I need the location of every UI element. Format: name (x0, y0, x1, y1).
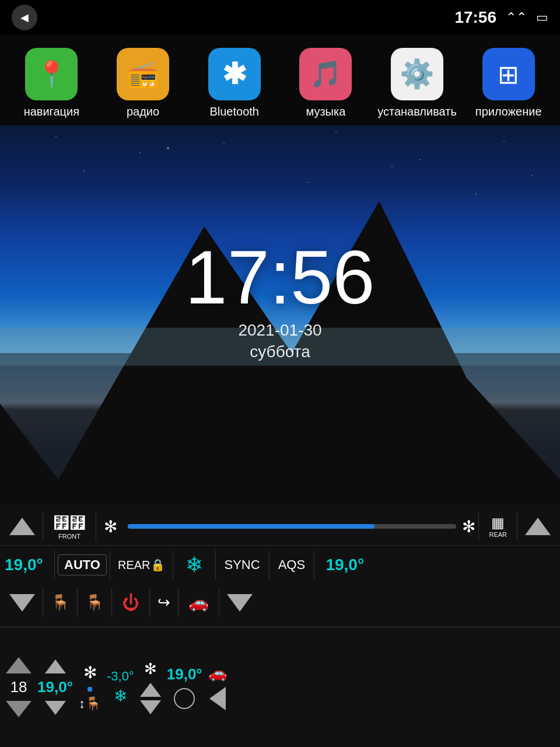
power-button[interactable]: ⏻ (115, 591, 146, 615)
auto-button[interactable]: AUTO (58, 554, 107, 575)
apps-icon: ⊞ (482, 48, 535, 100)
fan-right-icon: ✻ (462, 517, 475, 536)
lower-right-down-button[interactable] (140, 700, 161, 714)
volume-button[interactable]: ◀ (12, 5, 37, 30)
foot-mode-button[interactable]: ↪ (153, 591, 175, 614)
climate-row-2: 19,0° AUTO REAR🔒 ❄ SYNC AQS 19,0° (0, 546, 560, 584)
settings-label: устанавливать (377, 105, 457, 118)
clock-day: суббота (185, 343, 374, 361)
lower-right-up-button[interactable] (140, 683, 161, 697)
apps-label: приложение (475, 105, 542, 118)
bluetooth-icon: ✱ (208, 48, 261, 100)
upper-climate-panel: ⻿⻿ FRONT ✻ ✻ ▦ REAR 19,0° (0, 505, 560, 627)
app-navigation[interactable]: 📍 навигация (6, 48, 97, 118)
clock-display: 17:56 2021-01-30 суббота (185, 239, 374, 361)
ac-button[interactable]: ❄ (176, 550, 212, 580)
lower-left-down-button[interactable] (45, 701, 66, 715)
sync-button[interactable]: SYNC (219, 555, 266, 575)
left-temp-display: 19,0° (5, 556, 51, 574)
fan-track (128, 524, 456, 529)
sep5 (54, 550, 55, 580)
lower-left-up-button[interactable] (45, 659, 66, 673)
clock-date: 2021-01-30 (185, 321, 374, 340)
sep14 (149, 588, 150, 617)
fan-slider[interactable] (122, 524, 462, 529)
lower-nav-up-button[interactable] (6, 657, 32, 673)
status-bar: ◀ 17:56 ⌃⌃ ▭ (0, 0, 560, 35)
lower-car: 🚗 (208, 664, 227, 710)
app-settings[interactable]: ⚙️ устанавливать (372, 48, 463, 118)
chevron-icon: ⌃⌃ (506, 10, 527, 25)
app-bar: 📍 навигация 📻 радио ✱ Bluetooth 🎵 музыка… (0, 35, 560, 125)
lower-num-display: 18 (10, 678, 27, 696)
status-left: ◀ (12, 5, 37, 30)
app-apps[interactable]: ⊞ приложение (463, 48, 554, 118)
separator (43, 512, 43, 541)
sep10 (314, 550, 314, 580)
window-icon: ▭ (536, 10, 548, 25)
navigation-label: навигация (24, 105, 79, 118)
lower-seat-icon: ↕🪑 (79, 696, 101, 711)
lower-temp-neg-display: -3,0° (107, 669, 134, 684)
fan-fill (128, 524, 374, 529)
car-icon[interactable]: 🚗 (181, 591, 216, 615)
clock-time: 17:56 (185, 239, 374, 315)
lower-temp-neg: -3,0° ❄ (107, 669, 134, 706)
lower-fan-right: ✻ (144, 660, 157, 678)
aqs-button[interactable]: AQS (272, 555, 311, 575)
lower-right-controls: ✻ (140, 660, 161, 714)
sep16 (219, 588, 219, 617)
right-temp-up-button[interactable] (520, 515, 555, 537)
separator2 (96, 512, 96, 541)
sep6 (110, 550, 110, 580)
right-temp-down-button[interactable] (222, 592, 257, 614)
app-bluetooth[interactable]: ✱ Bluetooth (188, 48, 280, 118)
rear-lock-button[interactable]: REAR🔒 (113, 556, 170, 574)
lower-right-temp-display: 19,0° (167, 665, 202, 683)
seat-airflow-button[interactable]: 🪑 (46, 591, 74, 614)
lower-climate-panel: 18 19,0° ✻ ↕🪑 -3,0° ❄ ✻ 19 (0, 627, 560, 747)
status-time: 17:56 (454, 8, 496, 27)
app-radio[interactable]: 📻 радио (97, 48, 189, 118)
wallpaper: 17:56 2021-01-30 суббота (0, 125, 560, 505)
climate-row-3: 🪑 🪑 ⏻ ↪ 🚗 (0, 584, 560, 622)
bluetooth-label: Bluetooth (209, 105, 259, 118)
front-defrost-button[interactable]: ⻿⻿ FRONT (46, 511, 93, 542)
left-temp-up-button[interactable] (5, 515, 40, 537)
navigation-icon: 📍 (25, 48, 78, 100)
lower-circle-button[interactable] (174, 688, 195, 709)
separator4 (517, 512, 517, 541)
climate-area: ⻿⻿ FRONT ✻ ✻ ▦ REAR 19,0° (0, 505, 560, 747)
sep13 (111, 588, 112, 617)
lower-nav-down-button[interactable] (6, 701, 32, 717)
sep15 (178, 588, 178, 617)
sep11 (43, 588, 43, 617)
volume-icon: ◀ (20, 11, 29, 24)
radio-label: радио (127, 105, 159, 118)
lower-left-temp: 19,0° (37, 659, 73, 715)
climate-row-1: ⻿⻿ FRONT ✻ ✻ ▦ REAR (0, 508, 560, 546)
main-area: 17:56 2021-01-30 суббота (0, 125, 560, 505)
separator3 (478, 512, 479, 541)
lower-snowflake: ❄ (114, 686, 127, 706)
right-temp-display: 19,0° (317, 556, 364, 574)
settings-icon: ⚙️ (391, 48, 443, 100)
sep7 (173, 550, 173, 580)
radio-icon: 📻 (117, 48, 169, 100)
lower-nav-left: 18 (6, 657, 32, 717)
status-right: 17:56 ⌃⌃ ▭ (454, 8, 548, 27)
lower-fan-icon: ✻ (83, 663, 97, 682)
lower-car-icon: 🚗 (208, 664, 227, 682)
seat-button[interactable]: 🪑 (80, 591, 108, 614)
lower-center: ✻ ↕🪑 (79, 663, 101, 711)
lower-back-button[interactable] (209, 687, 226, 710)
lower-left-temp-display: 19,0° (37, 678, 73, 696)
rear-defrost-button[interactable]: ▦ REAR (482, 512, 514, 540)
sep9 (269, 550, 270, 580)
lower-right-temp: 19,0° (167, 665, 202, 709)
music-icon: 🎵 (299, 48, 352, 100)
sep8 (215, 550, 216, 580)
left-temp-down-button[interactable] (5, 592, 40, 614)
app-music[interactable]: 🎵 музыка (280, 48, 372, 118)
music-label: музыка (306, 105, 345, 118)
